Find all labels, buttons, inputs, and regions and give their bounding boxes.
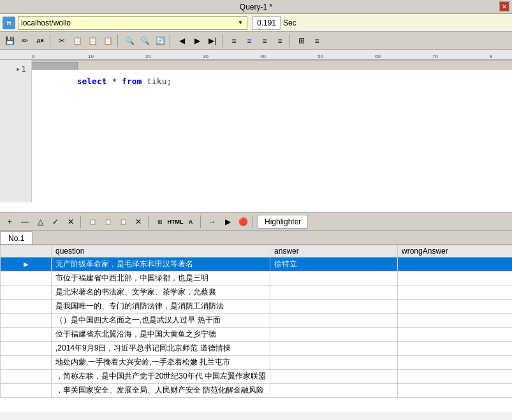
tabs-bar: No.1 [0, 231, 512, 245]
editor-inner[interactable]: ▶ 1 select * from tiku; [0, 60, 512, 202]
paste-button[interactable]: 📋 [85, 34, 99, 48]
bottom-toolbar: + — △ ✓ ✕ 📋 📋 📋 ✕ ⊞ HTML A → ▶ 🔴 Highlig… [0, 213, 512, 231]
row-question: 地处内蒙,一手搀着大兴安岭,一手牵着松嫩 扎兰屯市 [52, 356, 270, 370]
row-answer [270, 342, 398, 356]
paste2-button[interactable]: 📋 [101, 34, 115, 48]
table-row[interactable]: 市位于福建省中西北部，中国绿都，也是三明 [1, 272, 513, 286]
up-button[interactable]: △ [33, 215, 47, 229]
row-answer [270, 286, 398, 300]
row-indicator [1, 300, 52, 314]
row-indicator [1, 342, 52, 356]
line-arrow-icon: ▶ [17, 66, 20, 72]
refresh-button[interactable]: 🔄 [153, 34, 167, 48]
row-indicator [1, 328, 52, 342]
fwd-button[interactable]: ▶ [190, 34, 204, 48]
align-center-button[interactable]: ≡ [242, 34, 256, 48]
row-answer [270, 314, 398, 328]
add-button[interactable]: + [3, 215, 17, 229]
row-wronganswer [398, 300, 512, 314]
delete-button[interactable]: ✕ [131, 215, 145, 229]
table-row[interactable]: 是北宋著名的书法家、文学家、茶学家，允蔡襄 [1, 286, 513, 300]
row-question: 无产阶级革命家，是毛泽东和田汉等著名 [52, 257, 270, 272]
row-wronganswer [398, 314, 512, 328]
row-question: 位于福建省东北翼沿海，是中国大黄鱼之乡宁德 [52, 328, 270, 342]
align-left-button[interactable]: ≡ [227, 34, 241, 48]
save-button[interactable]: 💾 [3, 34, 17, 48]
search2-button[interactable]: 🔍 [138, 34, 152, 48]
row-question: 是北宋著名的书法家、文学家、茶学家，允蔡襄 [52, 286, 270, 300]
time-box: 0.191 [252, 16, 281, 30]
cut-button[interactable]: ✂ [55, 34, 69, 48]
row-indicator [1, 272, 52, 286]
export3-button[interactable]: 📋 [116, 215, 130, 229]
row-answer [270, 300, 398, 314]
ruler: 0 10 20 30 40 50 60 70 8 [0, 50, 512, 60]
row-indicator [1, 286, 52, 300]
line-num-1: ▶ 1 [3, 62, 29, 75]
row-answer [270, 356, 398, 370]
minus-button[interactable]: — [18, 215, 32, 229]
col-indicator [1, 245, 52, 257]
table-row[interactable]: ,2014年9月9日，习近平总书记同北京师范 道德情操 [1, 342, 513, 356]
ruler-tick-60: 60 [375, 54, 381, 59]
sql-select-keyword: select [77, 76, 107, 86]
sql-table-name: tiku; [147, 76, 172, 86]
code-editor[interactable]: select * from tiku; [32, 60, 512, 202]
list-button[interactable]: ≡ [310, 34, 324, 48]
search-button[interactable]: 🔍 [122, 34, 136, 48]
check-button[interactable]: ✓ [48, 215, 62, 229]
row-wronganswer [398, 328, 512, 342]
row-indicator [1, 356, 52, 370]
connection-bar: H localhost/wollo ▼ 0.191 Sec [0, 14, 512, 32]
tab-no1[interactable]: No.1 [0, 231, 33, 244]
separator-5 [289, 34, 292, 47]
main-toolbar: 💾 ✏ AB ✂ 📋 📋 📋 🔍 🔍 🔄 ◀ ▶ ▶| ≡ ≡ ≡ ≡ ⊞ ≡ [0, 32, 512, 50]
record-button[interactable]: 🔴 [236, 215, 250, 229]
highlighter-button[interactable]: Highlighter [258, 215, 308, 229]
back-button[interactable]: ◀ [175, 34, 189, 48]
table-row[interactable]: （）是中国四大名面之一,也是武汉人过早 热干面 [1, 314, 513, 328]
nav-play-button[interactable]: ▶ [221, 215, 235, 229]
text-button[interactable]: AB [33, 34, 47, 48]
ruler-tick-20: 20 [145, 54, 151, 59]
html-button[interactable]: HTML [168, 215, 182, 229]
table-row[interactable]: ，简称左联，是中国共产党于20世纪30年代 中国左翼作家联盟 [1, 370, 513, 384]
edit-button[interactable]: ✏ [18, 34, 32, 48]
close-button[interactable]: ✕ [499, 1, 509, 11]
table-row[interactable]: 地处内蒙,一手搀着大兴安岭,一手牵着松嫩 扎兰屯市 [1, 356, 513, 370]
connection-dropdown[interactable]: localhost/wollo ▼ [18, 16, 247, 30]
results-area[interactable]: question answer wrongAnswer ▶无产阶级革命家，是毛泽… [0, 245, 512, 412]
row-question: 市位于福建省中西北部，中国绿都，也是三明 [52, 272, 270, 286]
export2-button[interactable]: 📋 [101, 215, 115, 229]
table-row[interactable]: 是我国唯一的、专门的消防法律，是消防工消防法 [1, 300, 513, 314]
row-question: （）是中国四大名面之一,也是武汉人过早 热干面 [52, 314, 270, 328]
row-indicator [1, 370, 52, 384]
bt-separator-2 [148, 215, 150, 228]
line-numbers: ▶ 1 [0, 60, 32, 202]
table-row[interactable]: ▶无产阶级革命家，是毛泽东和田汉等著名徐特立 [1, 257, 513, 272]
results-table: question answer wrongAnswer ▶无产阶级革命家，是毛泽… [0, 245, 512, 398]
table-row[interactable]: 位于福建省东北翼沿海，是中国大黄鱼之乡宁德 [1, 328, 513, 342]
export-button[interactable]: 📋 [85, 215, 99, 229]
editor-area: ▶ 1 select * from tiku; [0, 60, 512, 213]
ruler-tick-0: 0 [32, 54, 34, 59]
connection-text: localhost/wollo [21, 18, 71, 27]
justify-button[interactable]: ≡ [273, 34, 287, 48]
row-wronganswer [398, 286, 512, 300]
table-row[interactable]: ，事关国家安全、发展全局、人民财产安全 防范化解金融风险 [1, 384, 513, 398]
time-value: 0.191 [257, 18, 276, 27]
row-question: ，简称左联，是中国共产党于20世纪30年代 中国左翼作家联盟 [52, 370, 270, 384]
skip-button[interactable]: ▶| [205, 34, 219, 48]
row-answer [270, 384, 398, 398]
ruler-tick-40: 40 [260, 54, 266, 59]
align-right-button[interactable]: ≡ [258, 34, 272, 48]
grid-view-button[interactable]: ⊞ [153, 215, 167, 229]
dropdown-arrow-icon: ▼ [235, 17, 245, 29]
nav-next-button[interactable]: → [205, 215, 219, 229]
text-view-button[interactable]: A [184, 215, 198, 229]
separator-3 [170, 34, 172, 47]
copy-button[interactable]: 📋 [70, 34, 84, 48]
cancel-button[interactable]: ✕ [64, 215, 78, 229]
grid-button[interactable]: ⊞ [295, 34, 309, 48]
row-answer: 徐特立 [270, 257, 398, 272]
